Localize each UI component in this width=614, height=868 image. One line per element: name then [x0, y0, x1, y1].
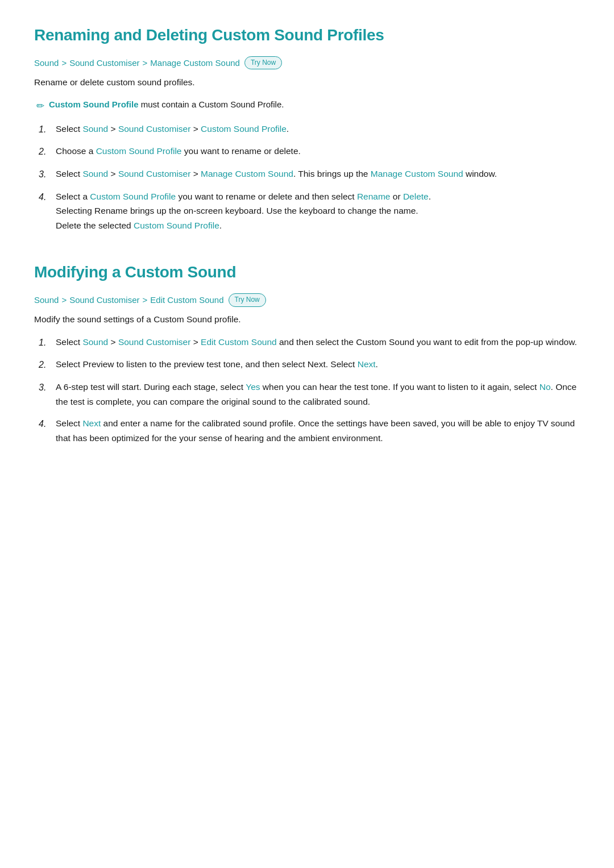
section-renaming: Renaming and Deleting Custom Sound Profi… — [34, 23, 580, 232]
section1-title: Renaming and Deleting Custom Sound Profi… — [34, 23, 580, 48]
section1-note-text: Custom Sound Profile must contain a Cust… — [49, 98, 284, 111]
breadcrumb-sep-2: > — [143, 56, 148, 70]
step1-profile-link[interactable]: Custom Sound Profile — [201, 124, 287, 134]
step-1-3: 3. Select Sound > Sound Customiser > Man… — [39, 167, 580, 182]
step1-sound-link[interactable]: Sound — [82, 124, 108, 134]
section-modifying: Modifying a Custom Sound Sound > Sound C… — [34, 260, 580, 445]
step4-delete-link[interactable]: Delete — [403, 192, 429, 201]
step-content: Select Sound > Sound Customiser > Custom… — [56, 122, 580, 136]
breadcrumb-manage-custom-sound[interactable]: Manage Custom Sound — [150, 56, 240, 70]
section2-title: Modifying a Custom Sound — [34, 260, 580, 285]
step4-rename-link[interactable]: Rename — [357, 192, 391, 201]
section1-steps: 1. Select Sound > Sound Customiser > Cus… — [39, 122, 580, 232]
step-2-4: 4. Select Next and enter a name for the … — [39, 416, 580, 445]
step3-customiser-link[interactable]: Sound Customiser — [118, 169, 191, 178]
step-content: Select a Custom Sound Profile you want t… — [56, 189, 580, 233]
step-content: Select Sound > Sound Customiser > Edit C… — [56, 335, 580, 350]
section1-note: ✏ Custom Sound Profile must contain a Cu… — [36, 98, 580, 114]
step1-customiser-link[interactable]: Sound Customiser — [118, 124, 191, 134]
section2-breadcrumb: Sound > Sound Customiser > Edit Custom S… — [34, 293, 580, 307]
section2-steps: 1. Select Sound > Sound Customiser > Edi… — [39, 335, 580, 445]
step-content: Choose a Custom Sound Profile you want t… — [56, 144, 580, 159]
pencil-icon: ✏ — [36, 98, 44, 114]
breadcrumb-edit-custom-sound[interactable]: Edit Custom Sound — [150, 293, 223, 307]
step-2-3: 3. A 6-step test will start. During each… — [39, 380, 580, 409]
breadcrumb-sound-2[interactable]: Sound — [34, 293, 59, 307]
step-number: 1. — [39, 335, 49, 350]
step4-profile-link2[interactable]: Custom Sound Profile — [134, 221, 219, 230]
step-content: Select Next and enter a name for the cal… — [56, 416, 580, 445]
s2-step4-next-link[interactable]: Next — [82, 418, 101, 428]
breadcrumb-sound-customiser-1[interactable]: Sound Customiser — [69, 56, 139, 70]
step-1-4: 4. Select a Custom Sound Profile you wan… — [39, 189, 580, 233]
step-2-1: 1. Select Sound > Sound Customiser > Edi… — [39, 335, 580, 350]
s2-step1-customiser-link[interactable]: Sound Customiser — [118, 337, 191, 347]
step-content: A 6-step test will start. During each st… — [56, 380, 580, 409]
step3-sound-link[interactable]: Sound — [82, 169, 108, 178]
section1-breadcrumb: Sound > Sound Customiser > Manage Custom… — [34, 56, 580, 70]
step3-manage-window-link[interactable]: Manage Custom Sound — [371, 169, 463, 178]
step-number: 1. — [39, 122, 49, 137]
section2-description: Modify the sound settings of a Custom So… — [34, 313, 580, 327]
try-now-badge-2[interactable]: Try Now — [229, 293, 266, 306]
step4-profile-link[interactable]: Custom Sound Profile — [90, 192, 176, 201]
step2-profile-link[interactable]: Custom Sound Profile — [96, 146, 182, 156]
step-1-1: 1. Select Sound > Sound Customiser > Cus… — [39, 122, 580, 137]
step3-manage-link[interactable]: Manage Custom Sound — [201, 169, 293, 178]
breadcrumb-sep-3: > — [61, 293, 67, 307]
s2-step1-sound-link[interactable]: Sound — [82, 337, 108, 347]
step-1-2: 2. Choose a Custom Sound Profile you wan… — [39, 144, 580, 159]
step-number: 2. — [39, 144, 49, 159]
step-number: 4. — [39, 416, 49, 431]
step-number: 3. — [39, 380, 49, 395]
step-2-2: 2. Select Preview to listen to the previ… — [39, 357, 580, 372]
step-content: Select Sound > Sound Customiser > Manage… — [56, 167, 580, 181]
s2-step3-no-link[interactable]: No — [540, 382, 551, 392]
step-number: 4. — [39, 189, 49, 205]
s2-step2-next-link[interactable]: Next — [358, 359, 376, 369]
breadcrumb-sep-4: > — [143, 293, 148, 307]
step-content: Select Preview to listen to the preview … — [56, 357, 580, 372]
breadcrumb-sound-customiser-2[interactable]: Sound Customiser — [69, 293, 139, 307]
try-now-badge-1[interactable]: Try Now — [244, 56, 282, 69]
step-number: 2. — [39, 357, 49, 372]
step-number: 3. — [39, 167, 49, 182]
breadcrumb-sep-1: > — [61, 56, 67, 70]
breadcrumb-sound-1[interactable]: Sound — [34, 56, 59, 70]
s2-step1-edit-link[interactable]: Edit Custom Sound — [201, 337, 277, 347]
section1-description: Rename or delete custom sound profiles. — [34, 76, 580, 90]
note-custom-sound-profile-link[interactable]: Custom Sound Profile — [49, 99, 139, 109]
s2-step3-yes-link[interactable]: Yes — [246, 382, 260, 392]
